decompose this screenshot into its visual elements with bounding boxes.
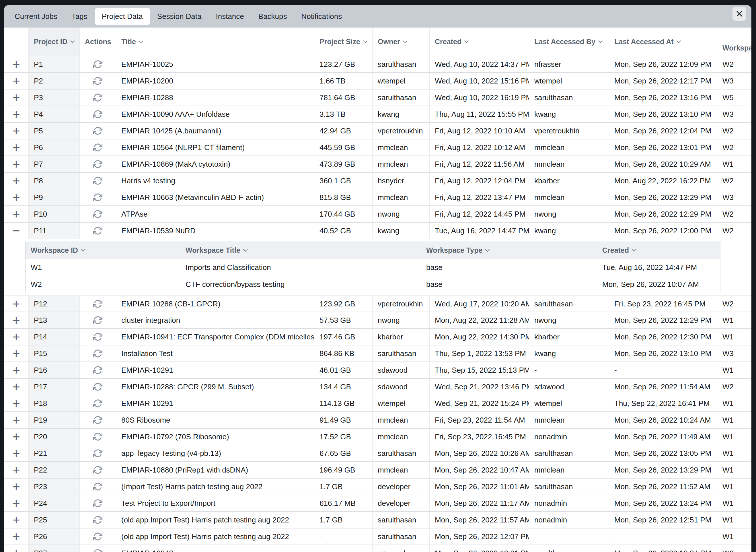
refresh-action-button[interactable] — [80, 123, 116, 139]
expand-row-button[interactable]: + — [4, 139, 28, 155]
refresh-action-button[interactable] — [80, 379, 116, 395]
header-cell-workspace-title[interactable]: Workspace Title — [180, 242, 421, 259]
expand-row-button[interactable]: + — [4, 296, 28, 311]
expand-row-button[interactable]: + — [4, 412, 28, 428]
refresh-action-button[interactable] — [80, 429, 116, 445]
refresh-action-button[interactable] — [80, 139, 116, 155]
header-cell-project-size[interactable]: Project Size — [314, 27, 373, 56]
refresh-action-button[interactable] — [80, 495, 116, 511]
header-cell-created[interactable]: Created — [597, 242, 720, 259]
refresh-icon — [93, 93, 103, 102]
refresh-action-button[interactable] — [80, 223, 116, 239]
refresh-action-button[interactable] — [80, 462, 116, 478]
expand-row-button[interactable]: + — [4, 478, 28, 495]
cell-owner: sarulthasan — [373, 56, 430, 72]
tab-session-data[interactable]: Session Data — [150, 8, 209, 25]
cell-workspace-type: base — [421, 276, 597, 293]
tab-instance[interactable]: Instance — [209, 8, 251, 25]
tab-project-data[interactable]: Project Data — [94, 8, 150, 25]
refresh-action-button[interactable] — [80, 189, 116, 205]
cell-last-accessed-at: Mon, Sep 26, 2022 12:29 PM — [609, 206, 717, 222]
refresh-action-button[interactable] — [80, 545, 116, 552]
expand-row-button[interactable]: + — [4, 395, 28, 411]
tab-tags[interactable]: Tags — [64, 8, 94, 25]
refresh-action-button[interactable] — [80, 206, 116, 222]
cell-owner: sarulthasan — [373, 529, 430, 545]
expand-row-button[interactable]: + — [4, 462, 28, 478]
cell-project-size: 1.7 GB — [314, 512, 373, 528]
refresh-action-button[interactable] — [80, 512, 116, 528]
cell-last-accessed-at: Mon, Sep 26, 2022 10:29 AM — [609, 156, 717, 172]
expand-row-button[interactable]: + — [4, 346, 28, 362]
expand-row-button[interactable]: + — [4, 90, 28, 106]
refresh-icon — [93, 110, 103, 119]
expand-row-button[interactable]: + — [4, 445, 28, 461]
refresh-action-button[interactable] — [80, 445, 116, 461]
cell-project-id: P5 — [29, 123, 80, 139]
expand-row-button[interactable]: + — [4, 329, 28, 345]
expand-row-button[interactable]: + — [4, 73, 28, 89]
header-cell-owner[interactable]: Owner — [373, 27, 430, 56]
expand-row-button[interactable]: + — [4, 495, 28, 511]
header-cell-title[interactable]: Title — [116, 27, 314, 56]
tab-notifications[interactable]: Notifications — [294, 8, 349, 25]
expand-row-button[interactable]: + — [4, 156, 28, 172]
cell-project-id: P7 — [29, 156, 80, 172]
cell-project-id: P10 — [29, 206, 80, 222]
header-cell-workspace-type[interactable]: Workspace Type — [421, 242, 597, 259]
cell-last-accessed-at: Mon, Sep 26, 2022 12:00 PM — [609, 223, 717, 239]
expand-row-button[interactable]: + — [4, 512, 28, 528]
expand-row-button[interactable]: + — [4, 429, 28, 445]
expander-cell: + — [4, 445, 29, 461]
refresh-action-button[interactable] — [80, 478, 116, 495]
refresh-icon — [93, 366, 103, 375]
refresh-action-button[interactable] — [80, 329, 116, 345]
cell-owner: mmclean — [373, 189, 430, 205]
collapse-row-button[interactable]: − — [4, 223, 28, 239]
expand-row-button[interactable]: + — [4, 312, 28, 328]
refresh-action-button[interactable] — [80, 346, 116, 362]
close-button[interactable] — [733, 7, 746, 21]
header-cell-last-accessed-by[interactable]: Last Accessed By — [529, 27, 609, 56]
refresh-action-button[interactable] — [80, 56, 116, 72]
tab-backups[interactable]: Backups — [251, 8, 294, 25]
expand-row-button[interactable]: + — [4, 379, 28, 395]
refresh-action-button[interactable] — [80, 156, 116, 172]
cell-project-size: 134.4 GB — [314, 379, 373, 395]
refresh-action-button[interactable] — [80, 529, 116, 545]
refresh-action-button[interactable] — [80, 73, 116, 89]
refresh-action-button[interactable] — [80, 412, 116, 428]
cell-project-size: 42.94 GB — [314, 123, 373, 139]
expand-row-button[interactable]: + — [4, 206, 28, 222]
header-cell-created[interactable]: Created — [430, 27, 529, 56]
expand-row-button[interactable]: + — [4, 362, 28, 378]
expand-row-button[interactable]: + — [4, 123, 28, 139]
cell-workspace-created: Mon, Sep 26, 2022 10:07 AM — [597, 276, 720, 293]
expand-row-button[interactable]: + — [4, 106, 28, 122]
refresh-action-button[interactable] — [80, 106, 116, 122]
refresh-icon — [93, 193, 103, 202]
refresh-action-button[interactable] — [80, 362, 116, 378]
header-cell-project-id[interactable]: Project ID — [29, 27, 80, 56]
expand-row-button[interactable]: + — [4, 529, 28, 545]
refresh-action-button[interactable] — [80, 395, 116, 411]
refresh-action-button[interactable] — [80, 296, 116, 311]
refresh-action-button[interactable] — [80, 90, 116, 106]
header-cell-last-accessed-at[interactable]: Last Accessed At — [609, 27, 717, 56]
cell-last-accessed-by: nwong — [529, 312, 609, 328]
refresh-icon — [93, 482, 103, 491]
cell-title: EMPIAR-10288 — [116, 90, 314, 106]
tab-current-jobs[interactable]: Current Jobs — [7, 8, 64, 25]
refresh-action-button[interactable] — [80, 173, 116, 189]
expand-row-button[interactable]: + — [4, 56, 28, 72]
expand-row-button[interactable]: + — [4, 189, 28, 205]
cell-project-size: 57.53 GB — [314, 312, 373, 328]
refresh-action-button[interactable] — [80, 312, 116, 328]
expand-row-button[interactable]: + — [4, 173, 28, 189]
cell-project-size: 3.13 TB — [314, 106, 373, 122]
expand-row-button[interactable]: + — [4, 545, 28, 552]
expander-cell: + — [4, 139, 29, 155]
header-cell-workspace-id[interactable]: Workspace ID — [25, 242, 180, 259]
cell-project-id: P26 — [29, 529, 80, 545]
cell-project-size: 616.17 MB — [314, 495, 373, 511]
